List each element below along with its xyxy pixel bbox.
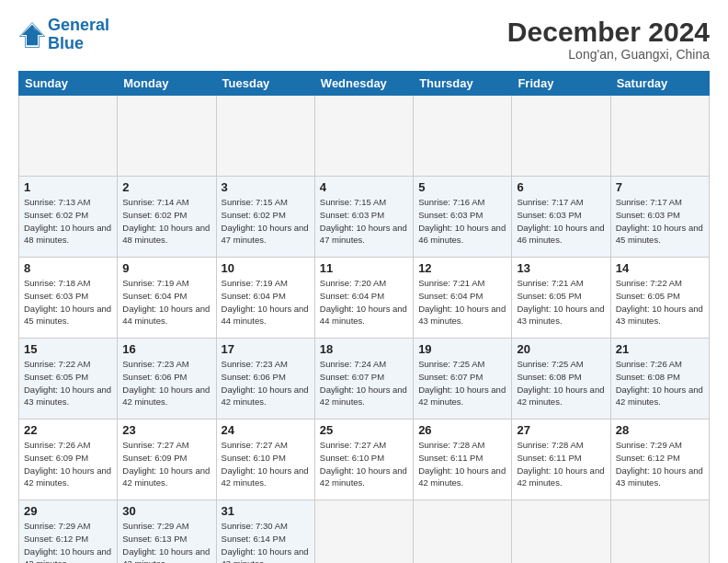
table-row: 15Sunrise: 7:22 AMSunset: 6:05 PMDayligh… — [19, 339, 118, 419]
day-number: 18 — [320, 342, 408, 356]
table-row — [118, 96, 216, 177]
table-row: 5Sunrise: 7:16 AMSunset: 6:03 PMDaylight… — [414, 177, 512, 258]
day-info: Sunrise: 7:23 AMSunset: 6:06 PMDaylight:… — [222, 358, 310, 408]
day-number: 2 — [122, 180, 210, 194]
day-info: Sunrise: 7:17 AMSunset: 6:03 PMDaylight:… — [517, 196, 605, 247]
table-row — [19, 96, 118, 177]
day-info: Sunrise: 7:15 AMSunset: 6:03 PMDaylight:… — [320, 196, 408, 247]
table-row: 29Sunrise: 7:29 AMSunset: 6:12 PMDayligh… — [19, 500, 118, 564]
month-title: December 2024 — [507, 17, 710, 47]
day-info: Sunrise: 7:28 AMSunset: 6:11 PMDaylight:… — [517, 439, 605, 489]
calendar-week-row: 1Sunrise: 7:13 AMSunset: 6:02 PMDaylight… — [19, 177, 710, 258]
day-number: 26 — [418, 423, 506, 437]
day-number: 5 — [418, 180, 506, 194]
day-number: 1 — [24, 180, 112, 194]
day-number: 28 — [616, 423, 704, 437]
table-row: 2Sunrise: 7:14 AMSunset: 6:02 PMDaylight… — [118, 177, 216, 258]
calendar-week-row — [19, 96, 710, 177]
table-row: 4Sunrise: 7:15 AMSunset: 6:03 PMDaylight… — [314, 177, 413, 258]
day-number: 30 — [122, 504, 210, 518]
day-info: Sunrise: 7:20 AMSunset: 6:04 PMDaylight:… — [320, 277, 408, 327]
table-row: 10Sunrise: 7:19 AMSunset: 6:04 PMDayligh… — [216, 258, 314, 339]
day-info: Sunrise: 7:18 AMSunset: 6:03 PMDaylight:… — [24, 277, 112, 327]
table-row: 25Sunrise: 7:27 AMSunset: 6:10 PMDayligh… — [314, 419, 413, 500]
page: General Blue December 2024 Long'an, Guan… — [0, 0, 728, 563]
day-info: Sunrise: 7:27 AMSunset: 6:10 PMDaylight:… — [320, 439, 408, 489]
table-row — [414, 96, 512, 177]
day-info: Sunrise: 7:22 AMSunset: 6:05 PMDaylight:… — [24, 358, 112, 408]
day-info: Sunrise: 7:24 AMSunset: 6:07 PMDaylight:… — [320, 358, 408, 408]
day-info: Sunrise: 7:16 AMSunset: 6:03 PMDaylight:… — [418, 196, 506, 247]
day-info: Sunrise: 7:13 AMSunset: 6:02 PMDaylight:… — [24, 196, 112, 247]
day-number: 24 — [222, 423, 310, 437]
day-info: Sunrise: 7:17 AMSunset: 6:03 PMDaylight:… — [616, 196, 704, 247]
day-info: Sunrise: 7:27 AMSunset: 6:10 PMDaylight:… — [222, 439, 310, 489]
day-info: Sunrise: 7:21 AMSunset: 6:05 PMDaylight:… — [517, 277, 605, 327]
day-info: Sunrise: 7:19 AMSunset: 6:04 PMDaylight:… — [222, 277, 310, 327]
day-info: Sunrise: 7:25 AMSunset: 6:07 PMDaylight:… — [418, 358, 506, 408]
calendar-header-row: Sunday Monday Tuesday Wednesday Thursday… — [19, 72, 710, 96]
day-info: Sunrise: 7:26 AMSunset: 6:09 PMDaylight:… — [24, 439, 112, 489]
calendar-week-row: 8Sunrise: 7:18 AMSunset: 6:03 PMDaylight… — [19, 258, 710, 339]
day-info: Sunrise: 7:15 AMSunset: 6:02 PMDaylight:… — [222, 196, 310, 247]
table-row: 8Sunrise: 7:18 AMSunset: 6:03 PMDaylight… — [19, 258, 118, 339]
table-row: 7Sunrise: 7:17 AMSunset: 6:03 PMDaylight… — [610, 177, 709, 258]
calendar-week-row: 29Sunrise: 7:29 AMSunset: 6:12 PMDayligh… — [19, 500, 710, 564]
day-number: 8 — [24, 261, 112, 275]
day-number: 9 — [122, 261, 210, 275]
table-row: 17Sunrise: 7:23 AMSunset: 6:06 PMDayligh… — [216, 339, 314, 419]
day-info: Sunrise: 7:29 AMSunset: 6:12 PMDaylight:… — [616, 439, 704, 489]
day-info: Sunrise: 7:25 AMSunset: 6:08 PMDaylight:… — [517, 358, 605, 408]
location: Long'an, Guangxi, China — [507, 47, 710, 62]
day-number: 17 — [222, 342, 310, 356]
calendar-week-row: 22Sunrise: 7:26 AMSunset: 6:09 PMDayligh… — [19, 419, 710, 500]
day-info: Sunrise: 7:19 AMSunset: 6:04 PMDaylight:… — [122, 277, 210, 327]
day-info: Sunrise: 7:14 AMSunset: 6:02 PMDaylight:… — [122, 196, 210, 247]
table-row: 28Sunrise: 7:29 AMSunset: 6:12 PMDayligh… — [610, 419, 709, 500]
day-number: 25 — [320, 423, 408, 437]
table-row: 13Sunrise: 7:21 AMSunset: 6:05 PMDayligh… — [512, 258, 610, 339]
table-row: 26Sunrise: 7:28 AMSunset: 6:11 PMDayligh… — [414, 419, 512, 500]
day-number: 29 — [24, 504, 112, 518]
day-number: 12 — [418, 261, 506, 275]
day-info: Sunrise: 7:29 AMSunset: 6:12 PMDaylight:… — [24, 520, 112, 563]
table-row — [512, 96, 610, 177]
day-number: 21 — [616, 342, 704, 356]
title-block: December 2024 Long'an, Guangxi, China — [507, 17, 710, 62]
day-info: Sunrise: 7:28 AMSunset: 6:11 PMDaylight:… — [418, 439, 506, 489]
day-info: Sunrise: 7:29 AMSunset: 6:13 PMDaylight:… — [122, 520, 210, 563]
day-number: 23 — [122, 423, 210, 437]
day-number: 20 — [517, 342, 605, 356]
day-number: 22 — [24, 423, 112, 437]
day-info: Sunrise: 7:27 AMSunset: 6:09 PMDaylight:… — [122, 439, 210, 489]
table-row: 19Sunrise: 7:25 AMSunset: 6:07 PMDayligh… — [414, 339, 512, 419]
day-number: 10 — [222, 261, 310, 275]
day-number: 7 — [616, 180, 704, 194]
day-info: Sunrise: 7:21 AMSunset: 6:04 PMDaylight:… — [418, 277, 506, 327]
table-row: 11Sunrise: 7:20 AMSunset: 6:04 PMDayligh… — [314, 258, 413, 339]
table-row: 24Sunrise: 7:27 AMSunset: 6:10 PMDayligh… — [216, 419, 314, 500]
calendar: Sunday Monday Tuesday Wednesday Thursday… — [18, 71, 710, 563]
table-row: 3Sunrise: 7:15 AMSunset: 6:02 PMDaylight… — [216, 177, 314, 258]
day-number: 27 — [517, 423, 605, 437]
table-row — [314, 96, 413, 177]
col-monday: Monday — [118, 72, 216, 96]
col-thursday: Thursday — [414, 72, 512, 96]
day-number: 11 — [320, 261, 408, 275]
table-row: 20Sunrise: 7:25 AMSunset: 6:08 PMDayligh… — [512, 339, 610, 419]
table-row: 22Sunrise: 7:26 AMSunset: 6:09 PMDayligh… — [19, 419, 118, 500]
logo: General Blue — [18, 17, 109, 53]
table-row — [512, 500, 610, 564]
table-row: 6Sunrise: 7:17 AMSunset: 6:03 PMDaylight… — [512, 177, 610, 258]
day-number: 4 — [320, 180, 408, 194]
logo-text: General Blue — [48, 17, 109, 53]
day-number: 31 — [222, 504, 310, 518]
col-wednesday: Wednesday — [314, 72, 413, 96]
table-row: 14Sunrise: 7:22 AMSunset: 6:05 PMDayligh… — [610, 258, 709, 339]
table-row — [216, 96, 314, 177]
day-number: 19 — [418, 342, 506, 356]
table-row: 23Sunrise: 7:27 AMSunset: 6:09 PMDayligh… — [118, 419, 216, 500]
table-row — [610, 500, 709, 564]
day-info: Sunrise: 7:23 AMSunset: 6:06 PMDaylight:… — [122, 358, 210, 408]
table-row — [610, 96, 709, 177]
